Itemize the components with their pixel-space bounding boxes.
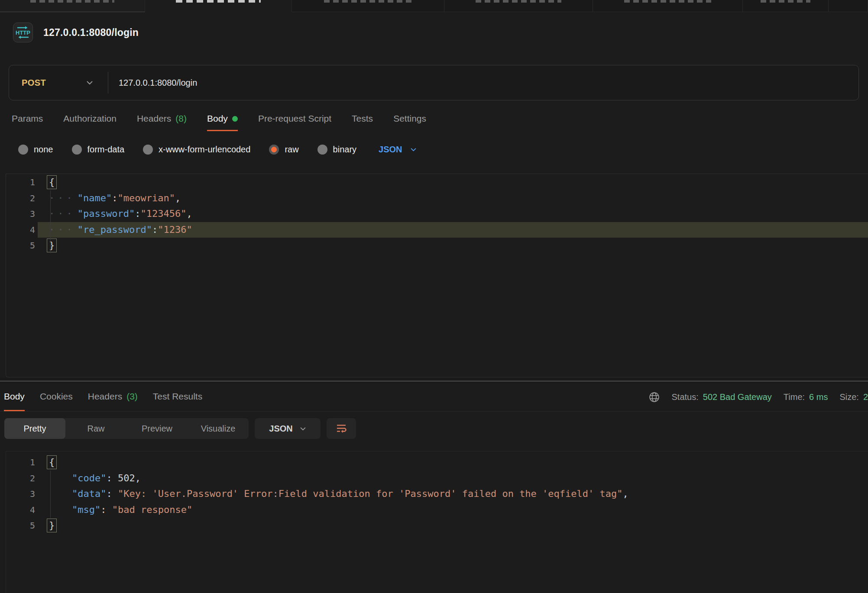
tab-label: Test Results: [153, 391, 202, 402]
code-line-1[interactable]: 1{: [6, 174, 868, 190]
line-number: 3: [6, 486, 38, 502]
code-line-4[interactable]: 4···"re_password":"1236": [6, 222, 868, 238]
tab-pre-request-script[interactable]: Pre-request Script: [258, 108, 331, 131]
body-format-select[interactable]: JSON: [379, 145, 416, 155]
chevron-down-icon: [86, 81, 93, 85]
line-number: 2: [6, 190, 38, 206]
body-mode-row: noneform-datax-www-form-urlencodedrawbin…: [18, 140, 868, 159]
tab-text-remnant: [30, 0, 114, 3]
view-pretty[interactable]: Pretty: [4, 418, 65, 439]
response-tab-headers[interactable]: Headers(3): [88, 383, 138, 411]
tab-headers[interactable]: Headers(8): [137, 108, 187, 131]
request-tabs: ParamsAuthorizationHeaders(8)BodyPre-req…: [12, 108, 868, 131]
token-punct: ,: [175, 193, 181, 203]
window-tab-2[interactable]: [145, 0, 292, 12]
globe-icon: [648, 391, 660, 403]
tab-settings[interactable]: Settings: [393, 108, 426, 131]
url-input[interactable]: 127.0.0.1:8080/login: [108, 78, 197, 88]
body-format-label: JSON: [379, 145, 402, 155]
window-tab-1[interactable]: [0, 0, 145, 12]
code-content: ···"name":"meowrian",: [38, 190, 868, 206]
view-preview[interactable]: Preview: [126, 418, 188, 439]
token-punct: :: [106, 473, 118, 483]
code-line-2[interactable]: 2···"name":"meowrian",: [6, 190, 868, 206]
code-line-2[interactable]: 2 "code": 502,: [6, 471, 868, 487]
response-editor-lines: 1{2 "code": 502,3 "data": "Key: 'User.Pa…: [6, 454, 868, 534]
response-view-switch: PrettyRawPreviewVisualize: [4, 418, 249, 439]
time-label: Time:: [784, 392, 805, 402]
response-body-editor[interactable]: 1{2 "code": 502,3 "data": "Key: 'User.Pa…: [6, 451, 868, 593]
body-mode-none[interactable]: none: [18, 145, 53, 155]
token-str: "Key: 'User.Password' Error:Field valida…: [118, 488, 623, 499]
window-tab-6[interactable]: [743, 0, 829, 12]
body-mode-form-data[interactable]: form-data: [72, 145, 125, 155]
view-raw[interactable]: Raw: [65, 418, 126, 439]
window-tab-3[interactable]: [292, 0, 444, 12]
request-body-editor[interactable]: 1{2···"name":"meowrian",3···"password":"…: [6, 174, 868, 377]
code-content: "data": "Key: 'User.Password' Error:Fiel…: [38, 486, 868, 502]
window-tab-7[interactable]: [829, 0, 868, 12]
token-num: 502: [118, 473, 135, 483]
url-bar: POST 127.0.0.1:8080/login: [9, 65, 859, 100]
token-key: "re_password": [78, 224, 152, 235]
response-tab-cookies[interactable]: Cookies: [40, 383, 73, 411]
tab-authorization[interactable]: Authorization: [63, 108, 117, 131]
body-mode-raw[interactable]: raw: [269, 145, 298, 155]
radio-icon[interactable]: [317, 145, 327, 155]
token-punct: ,: [623, 488, 628, 499]
size-pair: Size: 2: [839, 392, 868, 402]
time-pair: Time: 6 ms: [784, 392, 828, 402]
radio-icon[interactable]: [143, 145, 153, 155]
tab-params[interactable]: Params: [12, 108, 43, 131]
response-toolbar: PrettyRawPreviewVisualize JSON: [4, 418, 868, 439]
radio-icon[interactable]: [269, 145, 279, 155]
line-number: 3: [6, 206, 38, 222]
token-dots: ···: [49, 208, 75, 219]
response-format-select[interactable]: JSON: [255, 418, 321, 439]
code-content: {: [38, 174, 868, 190]
code-content: ···"password":"123456",: [38, 206, 868, 222]
response-format-label: JSON: [269, 424, 292, 434]
tab-tests[interactable]: Tests: [352, 108, 373, 131]
tab-label: Settings: [393, 113, 426, 124]
code-content: }: [38, 518, 868, 534]
http-icon: HTTP: [15, 24, 31, 41]
response-tab-test-results[interactable]: Test Results: [153, 383, 202, 411]
body-mode-x-www-form-urlencoded[interactable]: x-www-form-urlencoded: [143, 145, 250, 155]
view-visualize[interactable]: Visualize: [188, 418, 249, 439]
radio-icon[interactable]: [18, 145, 28, 155]
radio-icon[interactable]: [72, 145, 82, 155]
size-value[interactable]: 2: [863, 392, 868, 402]
tab-text-remnant: [761, 0, 810, 3]
time-value[interactable]: 6 ms: [809, 392, 828, 402]
tab-label: Body: [4, 391, 25, 402]
http-protocol-icon: HTTP: [13, 23, 33, 42]
token-punct: :: [100, 504, 112, 515]
code-content: "code": 502,: [38, 471, 868, 487]
token-key: "data": [72, 488, 106, 499]
method-select[interactable]: POST: [9, 78, 108, 88]
window-tab-5[interactable]: [593, 0, 743, 12]
code-line-5[interactable]: 5}: [6, 238, 868, 254]
pane-splitter[interactable]: [0, 377, 868, 383]
code-line-1[interactable]: 1{: [6, 454, 868, 471]
code-line-5[interactable]: 5}: [6, 518, 868, 534]
tab-body[interactable]: Body: [207, 108, 238, 131]
status-badge[interactable]: 502 Bad Gateway: [703, 392, 772, 402]
token-str: "bad response": [112, 504, 192, 515]
indent-guide: [50, 471, 51, 518]
token-key: "code": [72, 473, 106, 483]
wrap-lines-button[interactable]: [327, 418, 356, 439]
code-line-3[interactable]: 3 "data": "Key: 'User.Password' Error:Fi…: [6, 486, 868, 502]
code-line-4[interactable]: 4 "msg": "bad response": [6, 502, 868, 518]
code-content: {: [38, 454, 868, 471]
response-tab-body[interactable]: Body: [4, 383, 25, 411]
line-number: 5: [6, 518, 38, 534]
code-line-3[interactable]: 3···"password":"123456",: [6, 206, 868, 222]
window-tab-4[interactable]: [444, 0, 593, 12]
tab-label: Headers: [137, 113, 171, 124]
body-mode-binary[interactable]: binary: [317, 145, 356, 155]
tab-count: (3): [126, 391, 138, 402]
token-punct: :: [152, 224, 158, 235]
token-ws: [49, 473, 72, 483]
